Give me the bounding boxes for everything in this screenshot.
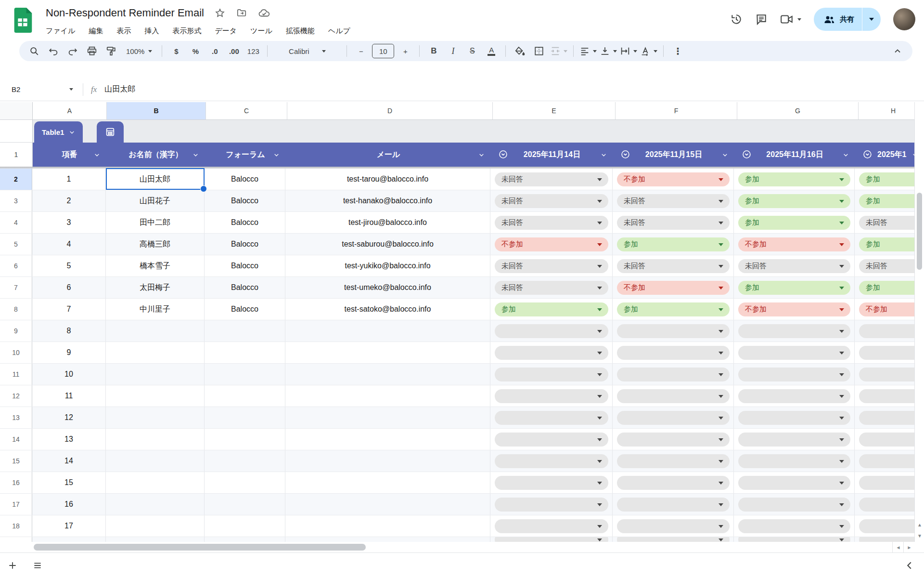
- cell[interactable]: [734, 472, 855, 493]
- row-header-10[interactable]: 10: [0, 342, 32, 363]
- cell[interactable]: 5: [32, 255, 106, 276]
- cell[interactable]: 山田太郎: [106, 169, 205, 190]
- cell[interactable]: 11: [32, 385, 106, 407]
- cell[interactable]: 参加: [855, 169, 914, 190]
- paint-format-button[interactable]: [103, 43, 119, 59]
- status-chip[interactable]: [859, 519, 914, 533]
- cell[interactable]: 田中二郎: [106, 212, 205, 233]
- status-chip[interactable]: 不参加: [859, 302, 914, 316]
- cell[interactable]: Balocco: [205, 169, 285, 190]
- status-chip[interactable]: 未回答: [738, 259, 850, 273]
- cell[interactable]: 不参加: [490, 234, 613, 255]
- status-chip[interactable]: 参加: [859, 237, 914, 251]
- status-chip[interactable]: 未回答: [495, 172, 608, 186]
- cell[interactable]: 不参加: [855, 299, 914, 320]
- status-chip[interactable]: [859, 368, 914, 381]
- cell[interactable]: [613, 450, 734, 472]
- cell[interactable]: 未回答: [490, 212, 613, 233]
- cell[interactable]: [855, 364, 914, 385]
- cell[interactable]: 7: [32, 299, 106, 320]
- cell[interactable]: [490, 364, 613, 385]
- cell[interactable]: 未回答: [490, 255, 613, 276]
- menu-item[interactable]: ファイル: [46, 26, 75, 36]
- status-chip[interactable]: [495, 368, 608, 381]
- cell[interactable]: [855, 429, 914, 450]
- column-header-C[interactable]: C: [206, 102, 287, 119]
- version-history-icon[interactable]: [730, 13, 743, 26]
- borders-button[interactable]: [531, 43, 547, 59]
- cloud-check-icon[interactable]: [258, 8, 270, 18]
- cell[interactable]: [490, 342, 613, 363]
- status-chip[interactable]: [738, 476, 850, 490]
- row-header-18[interactable]: 18: [0, 515, 32, 537]
- cell[interactable]: [285, 494, 490, 515]
- menu-item[interactable]: ヘルプ: [328, 26, 350, 36]
- star-icon[interactable]: [215, 8, 225, 18]
- cell[interactable]: [106, 342, 205, 363]
- bold-button[interactable]: B: [431, 46, 436, 56]
- document-title[interactable]: Non-Respondent Reminder Email: [46, 7, 204, 19]
- font-size-input[interactable]: 10: [372, 44, 394, 58]
- cell[interactable]: 未回答: [855, 255, 914, 276]
- status-chip[interactable]: 不参加: [617, 281, 730, 295]
- number-format-button[interactable]: 123: [245, 43, 261, 59]
- table-menu-icon[interactable]: [97, 121, 124, 143]
- status-chip[interactable]: [859, 346, 914, 360]
- status-chip[interactable]: [495, 476, 608, 490]
- cell[interactable]: [490, 472, 613, 493]
- status-chip[interactable]: 参加: [495, 302, 608, 316]
- decrease-decimal-button[interactable]: .0: [206, 43, 223, 59]
- status-chip[interactable]: 未回答: [859, 259, 914, 273]
- cell[interactable]: Balocco: [205, 299, 285, 320]
- row-header-19[interactable]: [0, 537, 32, 542]
- cell[interactable]: 3: [32, 212, 106, 233]
- cell[interactable]: 不参加: [734, 299, 855, 320]
- row-header-3[interactable]: 3: [0, 190, 32, 211]
- cell[interactable]: [285, 320, 490, 342]
- status-chip[interactable]: 未回答: [859, 216, 914, 230]
- cell[interactable]: test-tarou@balocco.info: [285, 169, 490, 190]
- cell[interactable]: [855, 320, 914, 342]
- cell[interactable]: [205, 537, 285, 542]
- cell[interactable]: [613, 472, 734, 493]
- avatar[interactable]: [893, 8, 915, 30]
- cell[interactable]: [490, 494, 613, 515]
- cell[interactable]: Balocco: [205, 255, 285, 276]
- status-chip[interactable]: [617, 433, 730, 447]
- row-header-6[interactable]: 6: [0, 255, 32, 276]
- status-chip[interactable]: 参加: [738, 281, 850, 295]
- cell[interactable]: 8: [32, 320, 106, 342]
- cell[interactable]: 中川里子: [106, 299, 205, 320]
- cell[interactable]: 未回答: [490, 277, 613, 298]
- status-chip[interactable]: 参加: [617, 237, 730, 251]
- status-chip[interactable]: 参加: [738, 216, 850, 230]
- scroll-up-icon[interactable]: ▲: [915, 519, 924, 530]
- cell[interactable]: 16: [32, 494, 106, 515]
- status-chip[interactable]: [859, 389, 914, 403]
- cell[interactable]: [285, 407, 490, 428]
- status-chip[interactable]: [495, 454, 608, 468]
- status-chip[interactable]: [859, 498, 914, 512]
- status-chip[interactable]: [495, 324, 608, 338]
- horizontal-align-button[interactable]: [579, 43, 597, 59]
- cell[interactable]: [855, 385, 914, 407]
- text-wrap-button[interactable]: [620, 43, 637, 59]
- row-header-5[interactable]: 5: [0, 234, 32, 255]
- table-column-header[interactable]: お名前（漢字）: [106, 143, 205, 167]
- row-header-16[interactable]: 16: [0, 472, 32, 493]
- cell[interactable]: 10: [32, 364, 106, 385]
- cell[interactable]: [285, 364, 490, 385]
- scroll-right-icon[interactable]: ►: [903, 542, 915, 552]
- vertical-scrollbar[interactable]: ▲ ▼: [914, 102, 924, 542]
- cell[interactable]: 参加: [855, 277, 914, 298]
- status-chip[interactable]: 参加: [859, 172, 914, 186]
- cell[interactable]: [205, 472, 285, 493]
- cell[interactable]: 未回答: [613, 190, 734, 211]
- menu-item[interactable]: 編集: [89, 26, 103, 36]
- row-header-7[interactable]: 7: [0, 277, 32, 298]
- cell[interactable]: 参加: [613, 299, 734, 320]
- cell[interactable]: test-jirou@balocco.info: [285, 212, 490, 233]
- column-header-H[interactable]: H: [859, 102, 914, 119]
- cell[interactable]: 太田梅子: [106, 277, 205, 298]
- status-chip[interactable]: 不参加: [738, 302, 850, 316]
